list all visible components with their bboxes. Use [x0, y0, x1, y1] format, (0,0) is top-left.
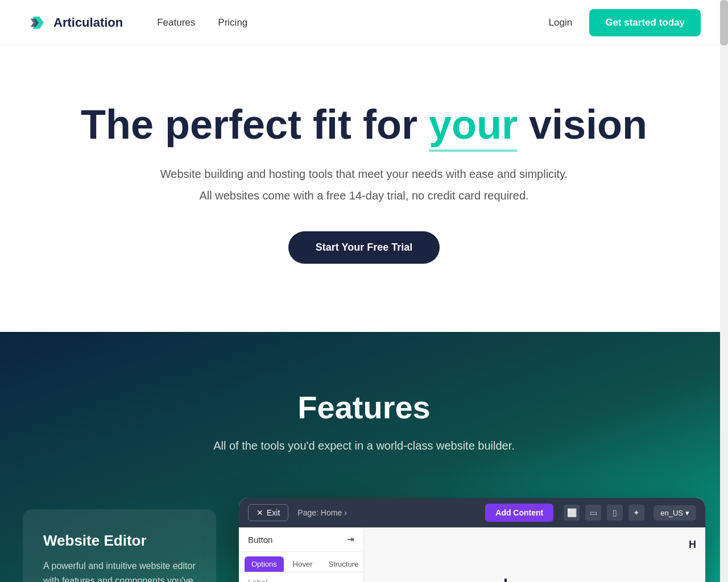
sidebar-button-label: Button [248, 535, 272, 544]
hero-headline: The perfect fit for your vision [23, 102, 705, 147]
hero-subtext1: Website building and hosting tools that … [23, 165, 705, 182]
editor-preview-area: Website Editor A powerful and intuitive … [0, 498, 728, 582]
editor-desc-title: Website Editor [43, 532, 196, 550]
canvas-h-label: H [689, 539, 696, 551]
headline-end: vision [518, 102, 647, 147]
sidebar-button-row: Button ⇥ [239, 527, 363, 552]
tab-structure[interactable]: Structure [322, 556, 366, 572]
canvas-logo: My Logo [492, 579, 577, 582]
device-tablet-icon[interactable]: ▭ [585, 505, 601, 521]
chevron-right-icon: › [344, 508, 347, 517]
exit-button[interactable]: ✕ Exit [248, 504, 288, 521]
logo-text: Articulation [53, 15, 123, 30]
scrollbar-thumb[interactable] [720, 0, 728, 45]
features-section: Features All of the tools you'd expect i… [0, 332, 728, 582]
headline-start: The perfect fit for [81, 102, 429, 147]
nav-link-pricing[interactable]: Pricing [218, 17, 247, 28]
sidebar-button-icon: ⇥ [347, 534, 354, 544]
tab-options[interactable]: Options [245, 556, 284, 572]
toolbar-icon-group: ⬜ ▭ ▯ ✦ [564, 505, 644, 521]
language-selector[interactable]: en_US ▾ [653, 505, 696, 521]
hero-section: The perfect fit for your vision Website … [0, 45, 728, 332]
hero-subtext2: All websites come with a free 14-day tri… [23, 187, 705, 204]
tab-hover[interactable]: Hover [286, 556, 320, 572]
free-trial-button[interactable]: Start Your Free Trial [288, 231, 440, 264]
logo-link[interactable]: Articulation [27, 13, 123, 33]
editor-sidebar-tabs: Options Hover Structure [239, 552, 363, 572]
editor-mock: ✕ Exit Page: Home › Add Content ⬜ ▭ ▯ ✦ … [239, 498, 705, 582]
nav-right: Login Get started today [549, 9, 701, 36]
editor-canvas: My Logo Click here H [364, 527, 705, 582]
chevron-down-icon: ▾ [685, 509, 689, 517]
nav-links: Features Pricing [157, 17, 247, 28]
settings-icon[interactable]: ✦ [628, 505, 644, 521]
editor-description-card: Website Editor A powerful and intuitive … [23, 509, 216, 582]
add-content-button[interactable]: Add Content [485, 504, 553, 522]
editor-desc-body: A powerful and intuitive website editor … [43, 559, 196, 582]
login-link[interactable]: Login [549, 17, 573, 28]
features-header: Features All of the tools you'd expect i… [0, 389, 728, 498]
logo-icon [27, 13, 48, 33]
features-subtitle: All of the tools you'd expect in a world… [23, 439, 705, 452]
editor-body: Button ⇥ Options Hover Structure Label [239, 527, 705, 582]
sidebar-label-field: Label [239, 572, 363, 582]
features-title: Features [23, 389, 705, 426]
headline-highlight: your [429, 102, 518, 147]
editor-sidebar: Button ⇥ Options Hover Structure Label [239, 527, 364, 582]
editor-toolbar: ✕ Exit Page: Home › Add Content ⬜ ▭ ▯ ✦ … [239, 498, 705, 527]
lang-label: en_US [660, 509, 683, 517]
page-indicator: Page: Home › [297, 508, 347, 517]
get-started-button[interactable]: Get started today [589, 9, 701, 36]
device-mobile-icon[interactable]: ▯ [607, 505, 623, 521]
scrollbar[interactable] [720, 0, 728, 582]
logo-line [504, 579, 507, 582]
canvas-content: My Logo [492, 579, 577, 582]
exit-label: Exit [267, 508, 280, 517]
nav-link-features[interactable]: Features [157, 17, 195, 28]
navbar: Articulation Features Pricing Login Get … [0, 0, 728, 45]
exit-icon: ✕ [257, 508, 263, 517]
device-desktop-icon[interactable]: ⬜ [564, 505, 580, 521]
page-label: Page: Home [297, 508, 342, 517]
